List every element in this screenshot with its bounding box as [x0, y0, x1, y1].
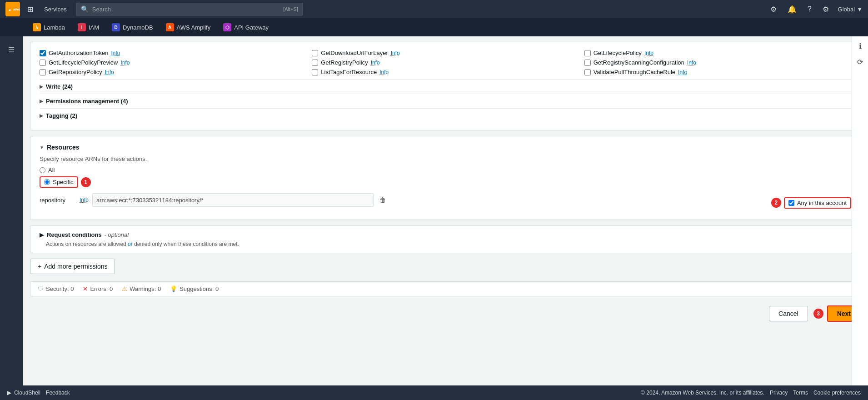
- any-account-highlighted-box: Any in this account: [784, 197, 851, 209]
- iam-label: IAM: [89, 24, 99, 31]
- add-icon: +: [38, 263, 41, 270]
- conditions-or-link[interactable]: or: [128, 241, 134, 247]
- checkbox-label-ValidatePullThroughCacheRule: ValidatePullThroughCacheRule: [594, 69, 675, 75]
- info-link-GetRepositoryPolicy[interactable]: Info: [105, 69, 114, 75]
- tab-amplify[interactable]: A AWS Amplify: [160, 20, 216, 34]
- security-status: 🛡 Security: 0: [38, 285, 74, 292]
- conditions-header[interactable]: ▶ Request conditions - optional: [40, 231, 851, 238]
- notifications-icon[interactable]: ⚙: [768, 3, 778, 15]
- radio-group: All Specific 1: [40, 167, 851, 188]
- apigateway-label: API Gateway: [234, 24, 269, 31]
- checkbox-GetRegistryScanningConfiguration[interactable]: [584, 60, 591, 66]
- resources-title-text: Resources: [47, 144, 80, 151]
- accordion-write[interactable]: ▶ Write (24): [40, 79, 851, 94]
- radio-all-label: All: [48, 167, 55, 174]
- checkbox-ListTagsForResource[interactable]: [312, 69, 318, 75]
- errors-icon: ✕: [83, 285, 88, 292]
- aws-logo[interactable]: aws: [5, 2, 20, 16]
- checkbox-GetRepositoryPolicy[interactable]: [40, 69, 46, 75]
- checkbox-ValidatePullThroughCacheRule[interactable]: [584, 69, 591, 75]
- radio-specific-label: Specific: [53, 179, 74, 185]
- sidebar-menu-icon[interactable]: ☰: [5, 42, 18, 58]
- checkbox-item-GetRegistryPolicy: GetRegistryPolicy Info: [312, 59, 579, 66]
- accordion-tagging-arrow: ▶: [40, 113, 43, 118]
- cancel-button[interactable]: Cancel: [769, 306, 808, 321]
- lambda-icon: λ: [33, 23, 41, 31]
- checkbox-label-GetAuthorizationToken: GetAuthorizationToken: [49, 50, 109, 56]
- info-link-GetRegistryScanningConfiguration[interactable]: Info: [687, 60, 696, 66]
- annotation-badge-2: 2: [771, 198, 781, 208]
- conditions-title: Request conditions: [47, 231, 102, 238]
- accordion-write-arrow: ▶: [40, 84, 43, 89]
- suggestions-status: 💡 Suggestions: 0: [170, 285, 219, 292]
- info-link-GetDownloadUrlForLayer[interactable]: Info: [391, 50, 400, 56]
- checkbox-GetAuthorizationToken[interactable]: [40, 50, 46, 56]
- resources-arrow[interactable]: ▼: [40, 145, 44, 150]
- service-tabs: λ Lambda I IAM D DynamoDB A AWS Amplify …: [0, 18, 868, 36]
- any-account-label: Any in this account: [797, 200, 847, 206]
- info-link-ValidatePullThroughCacheRule[interactable]: Info: [678, 69, 687, 75]
- radio-specific-input[interactable]: [44, 179, 50, 185]
- checkbox-label-GetRegistryPolicy: GetRegistryPolicy: [321, 59, 368, 66]
- history-panel-icon[interactable]: ⟳: [857, 58, 863, 66]
- radio-all[interactable]: All: [40, 167, 851, 174]
- search-shortcut: [Alt+S]: [283, 6, 298, 12]
- accordion-tagging[interactable]: ▶ Tagging (2): [40, 108, 851, 123]
- dynamo-label: DynamoDB: [123, 24, 153, 31]
- add-permissions-label: Add more permissions: [44, 263, 107, 270]
- search-input[interactable]: [92, 6, 279, 13]
- checkbox-label-ListTagsForResource: ListTagsForResource: [321, 69, 377, 75]
- arn-row: repository Info 🗑: [40, 193, 768, 207]
- security-icon: 🛡: [38, 285, 44, 292]
- checkbox-label-GetRepositoryPolicy: GetRepositoryPolicy: [49, 69, 102, 75]
- checkbox-GetRegistryPolicy[interactable]: [312, 60, 318, 66]
- tab-dynamodb[interactable]: D DynamoDB: [106, 20, 158, 34]
- search-bar: 🔍 [Alt+S]: [76, 3, 303, 15]
- info-link-GetRegistryPolicy[interactable]: Info: [371, 60, 380, 66]
- accordion-permissions-mgmt[interactable]: ▶ Permissions management (4): [40, 94, 851, 108]
- info-link-GetLifecyclePolicy[interactable]: Info: [644, 50, 653, 56]
- tab-lambda[interactable]: λ Lambda: [27, 20, 70, 34]
- conditions-arrow: ▶: [40, 231, 44, 238]
- lambda-label: Lambda: [44, 24, 65, 31]
- grid-menu-button[interactable]: ⊞: [25, 3, 35, 15]
- info-link-ListTagsForResource[interactable]: Info: [379, 69, 389, 75]
- security-label: Security: 0: [46, 285, 74, 292]
- conditions-denied: denied: [134, 241, 150, 247]
- tab-apigateway[interactable]: ⬡ API Gateway: [218, 20, 274, 34]
- add-permissions-button[interactable]: + Add more permissions: [30, 259, 115, 274]
- suggestions-label: Suggestions: 0: [180, 285, 219, 292]
- checkbox-item-GetRepositoryPolicy: GetRepositoryPolicy Info: [40, 69, 306, 75]
- repository-info-link[interactable]: Info: [80, 197, 89, 203]
- any-account-checkbox[interactable]: [788, 200, 794, 206]
- info-link-GetLifecyclePolicyPreview[interactable]: Info: [120, 60, 130, 66]
- bell-icon[interactable]: 🔔: [786, 3, 798, 15]
- arn-input[interactable]: [92, 193, 374, 207]
- services-button[interactable]: Services: [40, 4, 70, 15]
- annotation-badge-1: 1: [81, 177, 91, 187]
- help-icon[interactable]: ?: [806, 3, 813, 15]
- region-selector[interactable]: Global ▼: [838, 6, 863, 13]
- specific-radio-wrapper: Specific 1: [40, 176, 851, 188]
- conditions-description: Actions on resources are allowed or deni…: [40, 241, 851, 247]
- tab-iam[interactable]: I IAM: [72, 20, 105, 34]
- checkbox-item-GetDownloadUrlForLayer: GetDownloadUrlForLayer Info: [312, 50, 579, 56]
- checkbox-label-GetRegistryScanningConfiguration: GetRegistryScanningConfiguration: [594, 59, 684, 66]
- delete-arn-button[interactable]: 🗑: [378, 195, 388, 205]
- info-panel-icon[interactable]: ℹ: [859, 42, 862, 50]
- checkbox-GetDownloadUrlForLayer[interactable]: [312, 50, 318, 56]
- checkbox-label-GetLifecyclePolicyPreview: GetLifecyclePolicyPreview: [49, 59, 118, 66]
- action-buttons: Cancel 3 Next: [30, 302, 861, 325]
- main-content: GetAuthorizationToken Info GetDownloadUr…: [23, 36, 868, 385]
- info-link-GetAuthorizationToken[interactable]: Info: [111, 50, 120, 56]
- checkbox-GetLifecyclePolicy[interactable]: [584, 50, 591, 56]
- arn-full-row: repository Info 🗑 2 Any in this account: [40, 193, 851, 212]
- specific-highlighted-box: Specific: [40, 176, 78, 188]
- settings-icon[interactable]: ⚙: [821, 3, 831, 15]
- accordion-write-label: Write (24): [46, 83, 73, 90]
- request-conditions-section: ▶ Request conditions - optional Actions …: [30, 225, 861, 253]
- checkbox-GetLifecyclePolicyPreview[interactable]: [40, 60, 46, 66]
- resources-description: Specify resource ARNs for these actions.: [40, 155, 851, 162]
- checkbox-item-GetLifecyclePolicy: GetLifecyclePolicy Info: [584, 50, 851, 56]
- radio-all-input[interactable]: [40, 167, 45, 173]
